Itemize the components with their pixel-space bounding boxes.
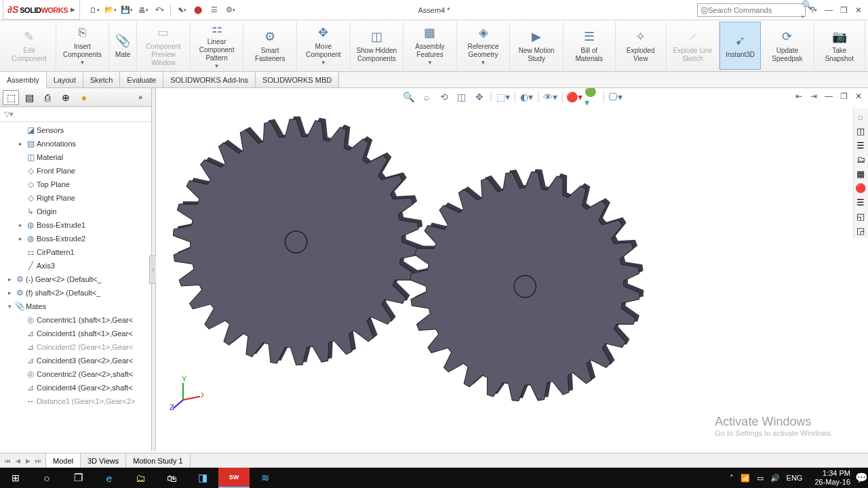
tree-item[interactable]: ◎Concentric2 (Gear<2>,shaft< xyxy=(0,367,151,381)
display-style-icon[interactable]: ◐▾ xyxy=(519,89,534,104)
ribbon-update-speedpak[interactable]: ⟳Update Speedpak xyxy=(761,22,814,70)
ribbon-exploded-view[interactable]: ✧Exploded View xyxy=(616,22,667,70)
panel-expand-button[interactable]: » xyxy=(132,90,149,105)
ribbon-smart-fasteners[interactable]: ⚙Smart Fasteners xyxy=(243,22,297,70)
ribbon-bom[interactable]: ☰Bill of Materials xyxy=(564,22,616,70)
ribbon-mate[interactable]: 📎Mate xyxy=(109,22,137,70)
orientation-triad[interactable]: Y X Z xyxy=(170,376,203,410)
tab-evaluate[interactable]: Evaluate xyxy=(120,72,163,87)
language-indicator[interactable]: ENG xyxy=(787,474,803,482)
tray-up-icon[interactable]: ˄ xyxy=(730,474,734,483)
tree-item[interactable]: ▸⚙(f) shaft<2> (Default<_ xyxy=(0,286,151,300)
tree-item[interactable]: ◇Front Plane xyxy=(0,164,151,178)
search-input[interactable] xyxy=(708,6,802,14)
home-icon[interactable]: ⌂ xyxy=(854,110,867,123)
tree-item[interactable]: ⊿Coincident1 (shaft<1>,Gear< xyxy=(0,327,151,340)
undo-button[interactable]: ↶▾ xyxy=(152,3,167,18)
forum2-icon[interactable]: ◲ xyxy=(854,224,867,237)
rebuild-button[interactable]: ⬤ xyxy=(191,3,205,18)
custom-props-icon[interactable]: ☰ xyxy=(854,195,867,209)
store-button[interactable]: 🛍 xyxy=(156,468,187,488)
apply-scene-icon[interactable]: 🟢▾ xyxy=(585,89,599,104)
view-orientation-icon[interactable]: ⬚▾ xyxy=(496,89,511,104)
restore-button[interactable]: ❐ xyxy=(837,3,850,17)
hide-show-icon[interactable]: 👁▾ xyxy=(543,89,558,104)
volume-icon[interactable]: 🔊 xyxy=(770,474,780,483)
tree-item[interactable]: ⊿Coincident3 (Gear<2>,Gear< xyxy=(0,354,151,367)
tab-solidworks-mbd[interactable]: SOLIDWORKS MBD xyxy=(256,72,339,87)
close-button[interactable]: ✕ xyxy=(852,3,865,17)
design-library-icon[interactable]: ☰ xyxy=(854,138,867,152)
view-settings-icon[interactable]: 🖵▾ xyxy=(608,89,623,104)
edge-button[interactable]: e xyxy=(94,468,125,488)
vp-restore-button[interactable]: ❐ xyxy=(837,89,850,103)
tab-sketch[interactable]: Sketch xyxy=(83,72,121,87)
select-button[interactable]: ⬉▾ xyxy=(174,3,189,18)
notifications-button[interactable]: 💬 xyxy=(856,468,867,488)
ribbon-take-snapshot[interactable]: 📷Take Snapshot xyxy=(814,22,865,70)
dimxpert-tab[interactable]: ⊕ xyxy=(58,90,74,105)
options-button[interactable]: ☰ xyxy=(207,3,222,18)
tree-item[interactable]: ◇Right Plane xyxy=(0,191,151,205)
resources-icon[interactable]: ◫ xyxy=(854,124,867,138)
bottom-tab-motion-study-1[interactable]: Motion Study 1 xyxy=(126,453,190,468)
tree-item[interactable]: ▸▤Annotations xyxy=(0,137,151,150)
section-view-icon[interactable]: ◫ xyxy=(454,89,469,104)
tree-item[interactable]: ▸◍Boss-Extrude2 xyxy=(0,232,151,245)
graphics-viewport[interactable]: 🔍 ⌕ ⟲ ◫ ✥ ⬚▾ ◐▾ 👁▾ 🔴▾ 🟢▾ 🖵▾ ⇤ ⇥ — ❐ ✕ ⌂ xyxy=(156,88,868,451)
tree-item[interactable]: ◎Concentric1 (shaft<1>,Gear< xyxy=(0,313,151,327)
minimize-button[interactable]: — xyxy=(822,3,835,17)
ribbon-instant3d[interactable]: ➹Instant3D xyxy=(719,22,761,70)
zoom-fit-icon[interactable]: 🔍 xyxy=(401,89,416,104)
new-file-button[interactable]: 🗋▾ xyxy=(87,3,102,18)
battery-icon[interactable]: ▭ xyxy=(757,474,764,483)
vp-expand-button[interactable]: ⇥ xyxy=(807,89,821,103)
tab-solidworks-add-ins[interactable]: SOLIDWORKS Add-Ins xyxy=(163,72,256,87)
tree-filter-row[interactable]: ▽▾ xyxy=(0,107,151,122)
clock[interactable]: 1:34 PM26-May-16 xyxy=(809,469,856,487)
dynamic-annotation-icon[interactable]: ✥ xyxy=(472,89,487,104)
app3-button[interactable]: ◨ xyxy=(187,468,218,488)
task-view-button[interactable]: ❐ xyxy=(62,468,94,488)
start-button[interactable]: ⊞ xyxy=(0,468,31,488)
edit-appearance-icon[interactable]: 🔴▾ xyxy=(567,89,582,104)
expand-icon[interactable]: ▾ xyxy=(5,303,14,310)
cortana-button[interactable]: ○ xyxy=(31,468,62,488)
model-canvas[interactable]: Y X Z Activate Windows Go to Settings to… xyxy=(156,108,853,451)
ribbon-linear-pattern[interactable]: ⚏Linear Component Pattern▼ xyxy=(191,22,244,70)
display-tab[interactable]: ● xyxy=(76,90,92,105)
tab-nav-controls[interactable]: ⏮◀▶⏭ xyxy=(0,453,46,468)
previous-view-icon[interactable]: ⟲ xyxy=(437,89,452,104)
ribbon-reference-geometry[interactable]: ◈Reference Geometry▼ xyxy=(457,22,511,70)
vp-close-button[interactable]: ✕ xyxy=(852,89,865,103)
feature-tree-tab[interactable]: ⬚ xyxy=(3,90,19,105)
forum-icon[interactable]: ◱ xyxy=(854,209,867,223)
open-file-button[interactable]: 📂▾ xyxy=(103,3,118,18)
tree-item[interactable]: ╱Axis3 xyxy=(0,259,151,272)
settings-button[interactable]: ⚙▾ xyxy=(223,3,238,18)
expand-icon[interactable]: ▸ xyxy=(16,140,24,147)
ribbon-assembly-features[interactable]: ▦Assembly Features▼ xyxy=(403,22,457,70)
expand-icon[interactable]: ▸ xyxy=(5,276,14,283)
app-logo[interactable]: ∂S SOLIDWORKS ▶ xyxy=(3,0,80,20)
appearances-icon[interactable]: 🔴 xyxy=(854,181,867,195)
help-button[interactable]: ?▾ xyxy=(807,3,821,17)
ribbon-move-component[interactable]: ✥Move Component▼ xyxy=(297,22,351,70)
expand-icon[interactable]: ▸ xyxy=(16,222,24,228)
expand-icon[interactable]: ▸ xyxy=(5,289,14,296)
tree-item[interactable]: ↔Distance1 (Gear<1>,Gear<2> xyxy=(0,394,151,408)
tree-item[interactable]: ⊿Coincident2 (Gear<1>,Gear< xyxy=(0,340,151,354)
zoom-area-icon[interactable]: ⌕ xyxy=(419,89,434,104)
view-palette-icon[interactable]: ▦ xyxy=(854,167,867,180)
file-explorer-icon[interactable]: 🗂 xyxy=(854,152,867,166)
expand-icon[interactable]: ▸ xyxy=(16,235,24,242)
tree-item[interactable]: ↳Origin xyxy=(0,205,151,218)
ribbon-new-motion-study[interactable]: ▶New Motion Study xyxy=(510,22,564,70)
print-button[interactable]: 🖶▾ xyxy=(136,3,151,18)
tree-item[interactable]: ◫Material xyxy=(0,150,151,164)
solidworks-button[interactable]: SW xyxy=(218,468,250,488)
ribbon-insert-components[interactable]: ⎘Insert Components▼ xyxy=(56,22,110,70)
wifi-icon[interactable]: 📶 xyxy=(741,474,750,483)
system-tray[interactable]: ˄ 📶 ▭ 🔊 ENG xyxy=(723,474,810,483)
tree-item[interactable]: ▸⚙(-) Gear<2> (Default<_ xyxy=(0,272,151,286)
